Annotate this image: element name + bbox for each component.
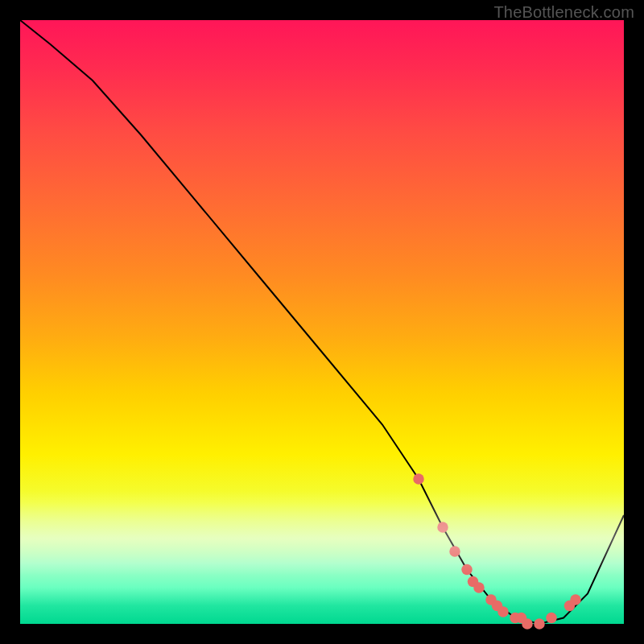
highlight-dot [437,522,448,533]
highlight-dot [570,594,581,605]
gradient-plot-area [20,20,624,624]
highlight-dot [534,618,545,630]
bottleneck-curve [20,20,624,624]
curve-layer [20,20,624,624]
highlight-dot [461,564,473,576]
chart-stage: TheBottleneck.com [0,0,644,644]
highlight-dot [546,613,557,624]
highlight-dot [473,582,485,593]
highlight-dot [413,473,424,485]
highlight-dots-group [413,473,581,630]
highlight-dot [522,618,533,630]
highlight-dot [449,546,460,557]
highlight-dot [497,606,509,617]
watermark-text: TheBottleneck.com [493,3,634,22]
